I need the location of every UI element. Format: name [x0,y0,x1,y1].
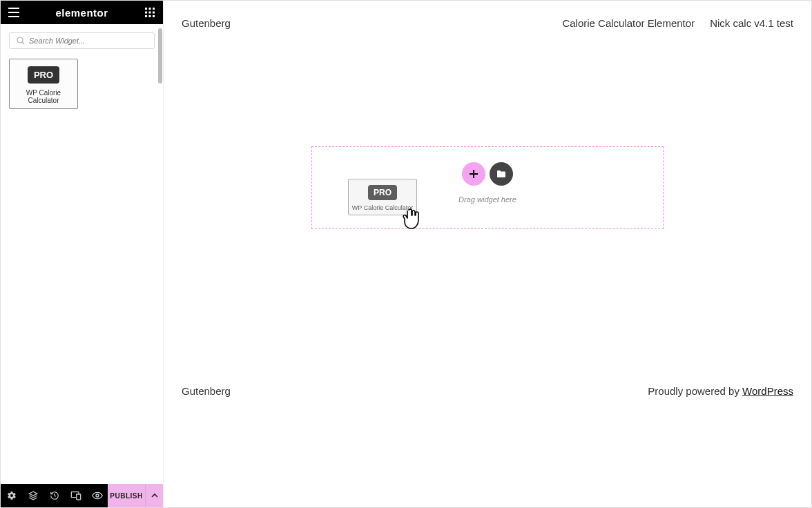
plus-icon [469,169,478,179]
settings-icon[interactable] [1,484,22,507]
svg-line-10 [22,42,24,44]
footer-credit: Proudly powered by WordPress [648,385,793,397]
wordpress-link[interactable]: WordPress [742,385,793,397]
pro-badge: PRO [368,185,397,200]
svg-rect-4 [148,12,151,14]
section-drop-zone[interactable]: Drag widget here PRO WP Calorie Calculat… [311,146,664,229]
hamburger-icon[interactable] [8,6,20,19]
svg-rect-5 [153,12,155,14]
elementor-panel: elementor PRO WP Calorie Calculator [1,1,164,507]
pro-badge: PRO [28,66,59,84]
svg-point-13 [96,494,99,497]
preview-header: Gutenberg Calorie Calculator Elementor N… [164,1,811,36]
history-icon[interactable] [44,484,65,507]
svg-rect-2 [153,8,155,10]
widgets-grid-icon[interactable] [144,6,156,19]
template-library-button[interactable] [490,162,513,186]
svg-rect-0 [145,8,147,10]
svg-rect-8 [153,15,155,17]
brand-logo: elementor [55,7,108,19]
panel-body: PRO WP Calorie Calculator [1,24,163,484]
footer-site-title[interactable]: Gutenberg [182,385,231,397]
responsive-icon[interactable] [65,484,86,507]
search-widget-input[interactable] [29,37,147,45]
widget-label: WP Calorie Calculator [12,89,75,104]
publish-button[interactable]: PUBLISH [108,484,145,507]
navigator-icon[interactable] [22,484,44,507]
svg-point-9 [17,37,23,43]
svg-rect-6 [145,15,147,17]
preview-footer: Gutenberg Proudly powered by WordPress [164,385,811,397]
search-icon [17,37,25,45]
panel-scrollbar[interactable] [158,28,162,84]
publish-options-chevron[interactable] [145,484,163,507]
nav-link[interactable]: Nick calc v4.1 test [710,17,793,29]
nav-links: Calorie Calculator Elementor Nick calc v… [562,17,793,29]
site-title[interactable]: Gutenberg [182,17,231,29]
folder-icon [496,170,506,178]
editor-canvas: Gutenberg Calorie Calculator Elementor N… [164,1,811,507]
panel-header: elementor [1,1,163,24]
svg-rect-1 [148,8,151,10]
add-section-button[interactable] [462,162,485,186]
svg-rect-3 [145,12,147,14]
search-widget-input-wrap[interactable] [9,32,155,49]
nav-link[interactable]: Calorie Calculator Elementor [562,17,695,29]
preview-icon[interactable] [86,484,108,507]
dragging-widget-ghost: PRO WP Calorie Calculator [348,179,417,215]
svg-rect-7 [148,15,151,17]
widget-wp-calorie-calculator[interactable]: PRO WP Calorie Calculator [9,59,78,109]
svg-rect-12 [76,494,80,500]
footer-credit-text: Proudly powered by [648,385,742,397]
widget-label: WP Calorie Calculator [351,204,414,211]
panel-footer: PUBLISH [1,484,163,507]
